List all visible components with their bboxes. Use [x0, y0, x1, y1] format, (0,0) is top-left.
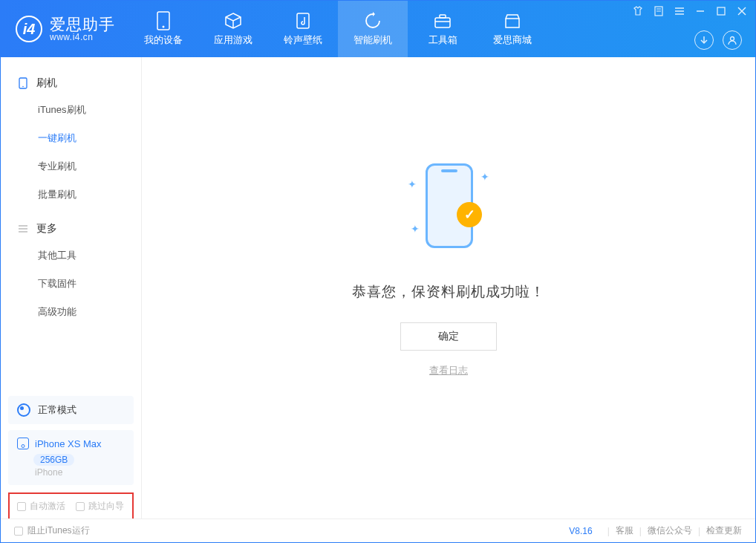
sidebar-item-itunes-flash[interactable]: iTunes刷机 — [1, 96, 141, 124]
checkbox-label: 阻止iTunes运行 — [27, 524, 90, 537]
sparkle-icon: ✦ — [408, 178, 417, 190]
tab-label: 应用游戏 — [214, 33, 252, 47]
checkbox-label: 跳过向导 — [88, 500, 124, 513]
checkbox-icon — [76, 502, 85, 511]
app-subtitle: www.i4.cn — [50, 33, 115, 42]
sparkle-icon: ✦ — [411, 223, 420, 235]
tab-smart-flash[interactable]: 智能刷机 — [338, 1, 408, 57]
music-file-icon — [293, 11, 313, 30]
shop-icon — [503, 11, 522, 30]
tshirt-icon[interactable] — [632, 5, 644, 17]
footer-right: V8.16 | 客服 | 微信公众号 | 检查更新 — [569, 524, 742, 537]
tab-label: 铃声壁纸 — [284, 33, 322, 47]
refresh-icon — [363, 11, 382, 30]
window-controls — [632, 5, 748, 17]
tab-label: 工具箱 — [428, 33, 457, 47]
device-name: iPhone XS Max — [35, 438, 102, 449]
status-bar: 阻止iTunes运行 V8.16 | 客服 | 微信公众号 | 检查更新 — [1, 518, 755, 542]
sidebar-item-onekey-flash[interactable]: 一键刷机 — [1, 124, 141, 152]
toolbox-icon — [433, 11, 452, 30]
checkbox-auto-activate[interactable]: 自动激活 — [17, 500, 65, 513]
user-icons — [694, 30, 748, 50]
phone-icon — [17, 77, 29, 89]
svg-point-17 — [731, 37, 734, 41]
tab-label: 我的设备 — [144, 33, 183, 47]
app-title: 爱思助手 — [50, 16, 115, 33]
sidebar-item-pro-flash[interactable]: 专业刷机 — [1, 152, 141, 181]
tab-store[interactable]: 爱思商城 — [478, 1, 547, 57]
svg-point-19 — [22, 86, 24, 88]
sidebar-section-flash: 刷机 — [1, 71, 141, 96]
svg-rect-13 — [717, 7, 725, 15]
main-content: ✦ ✦ ✦ ✓ 恭喜您，保资料刷机成功啦！ 确定 查看日志 — [142, 57, 755, 520]
sidebar-item-advanced[interactable]: 高级功能 — [1, 298, 141, 326]
tab-label: 爱思商城 — [493, 33, 532, 47]
success-illustration: ✦ ✦ ✦ ✓ — [393, 156, 504, 267]
checkbox-icon — [17, 502, 26, 511]
support-link[interactable]: 客服 — [616, 524, 633, 537]
checkbox-label: 自动激活 — [30, 500, 65, 513]
device-card[interactable]: iPhone XS Max 256GB iPhone — [8, 430, 134, 485]
app-logo-icon: i4 — [16, 16, 42, 42]
mode-label: 正常模式 — [38, 403, 76, 417]
app-header: i4 爱思助手 www.i4.cn 我的设备 应用游戏 铃声壁纸 智能刷机 工具… — [1, 1, 755, 57]
tab-apps-games[interactable]: 应用游戏 — [198, 1, 268, 57]
cube-icon — [224, 11, 243, 30]
checkbox-icon — [14, 527, 23, 536]
svg-rect-2 — [297, 13, 309, 28]
sidebar-item-other-tools[interactable]: 其他工具 — [1, 241, 141, 270]
app-body: 刷机 iTunes刷机 一键刷机 专业刷机 批量刷机 更多 其他工具 下载固件 … — [1, 57, 755, 520]
main-tabs: 我的设备 应用游戏 铃声壁纸 智能刷机 工具箱 爱思商城 — [128, 1, 547, 57]
mode-card[interactable]: 正常模式 — [8, 396, 134, 424]
device-panel: 正常模式 iPhone XS Max 256GB iPhone 自动激活 跳过向… — [1, 388, 141, 520]
highlighted-options: 自动激活 跳过向导 — [8, 492, 134, 520]
svg-point-1 — [163, 26, 165, 28]
view-log-link[interactable]: 查看日志 — [429, 364, 468, 377]
minimize-button[interactable] — [694, 5, 706, 17]
version-label: V8.16 — [569, 526, 592, 536]
user-icon[interactable] — [723, 30, 742, 50]
tab-ringtones-wallpapers[interactable]: 铃声壁纸 — [268, 1, 338, 57]
sidebar-item-download-firmware[interactable]: 下载固件 — [1, 270, 141, 298]
sidebar-item-batch-flash[interactable]: 批量刷机 — [1, 181, 141, 209]
note-icon[interactable] — [653, 5, 665, 17]
svg-rect-4 — [440, 15, 446, 18]
tab-label: 智能刷机 — [353, 33, 392, 47]
svg-rect-3 — [435, 18, 450, 27]
sparkle-icon: ✦ — [480, 171, 489, 183]
menu-icon[interactable] — [674, 5, 685, 17]
ok-button[interactable]: 确定 — [400, 322, 497, 351]
success-message: 恭喜您，保资料刷机成功啦！ — [352, 282, 545, 302]
tab-toolbox[interactable]: 工具箱 — [408, 1, 478, 57]
checkbox-block-itunes[interactable]: 阻止iTunes运行 — [14, 524, 90, 537]
download-icon[interactable] — [694, 30, 714, 50]
check-update-link[interactable]: 检查更新 — [706, 524, 742, 537]
wechat-link[interactable]: 微信公众号 — [648, 524, 692, 537]
close-button[interactable] — [736, 5, 748, 17]
device-icon — [17, 438, 29, 449]
mode-icon — [17, 403, 30, 417]
logo-text: 爱思助手 www.i4.cn — [50, 16, 115, 42]
device-type: iPhone — [35, 467, 125, 478]
device-icon — [154, 11, 173, 30]
checkmark-badge-icon: ✓ — [457, 202, 482, 227]
list-icon — [17, 223, 29, 235]
device-capacity: 256GB — [33, 454, 74, 466]
sidebar-section-more: 更多 — [1, 216, 141, 241]
section-label: 刷机 — [36, 77, 57, 90]
section-label: 更多 — [36, 222, 57, 235]
header-right — [632, 1, 755, 57]
checkbox-skip-guide[interactable]: 跳过向导 — [76, 500, 124, 513]
tab-my-device[interactable]: 我的设备 — [128, 1, 198, 57]
logo-area: i4 爱思助手 www.i4.cn — [1, 1, 128, 57]
sidebar: 刷机 iTunes刷机 一键刷机 专业刷机 批量刷机 更多 其他工具 下载固件 … — [1, 57, 142, 520]
maximize-button[interactable] — [715, 5, 727, 17]
